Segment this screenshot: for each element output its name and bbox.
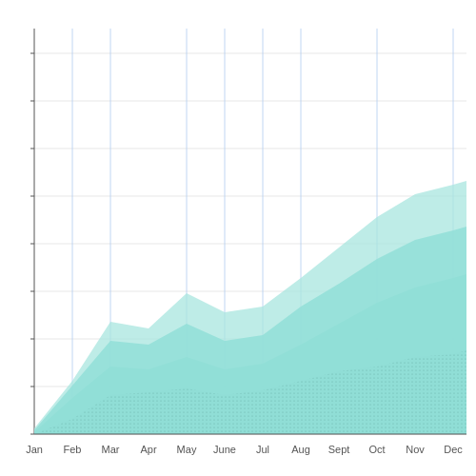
chart-svg: Jan Feb Mar Apr May June Jul Aug Sept Oc…	[0, 0, 476, 476]
x-label-feb: Feb	[64, 444, 82, 455]
x-axis-labels: Jan Feb Mar Apr May June Jul Aug Sept Oc…	[26, 444, 463, 455]
x-label-jul: Jul	[256, 444, 269, 455]
chart-container: Jan Feb Mar Apr May June Jul Aug Sept Oc…	[0, 0, 476, 476]
x-label-june: June	[213, 444, 236, 455]
x-label-nov: Nov	[406, 444, 425, 455]
x-label-jan: Jan	[26, 444, 43, 455]
x-label-sept: Sept	[328, 444, 350, 455]
x-label-apr: Apr	[140, 444, 156, 455]
x-label-dec: Dec	[444, 444, 463, 455]
x-label-aug: Aug	[291, 444, 310, 455]
x-label-oct: Oct	[368, 444, 385, 455]
x-label-mar: Mar	[102, 444, 120, 455]
y-axis-ticks	[30, 53, 34, 434]
x-label-may: May	[177, 444, 197, 455]
